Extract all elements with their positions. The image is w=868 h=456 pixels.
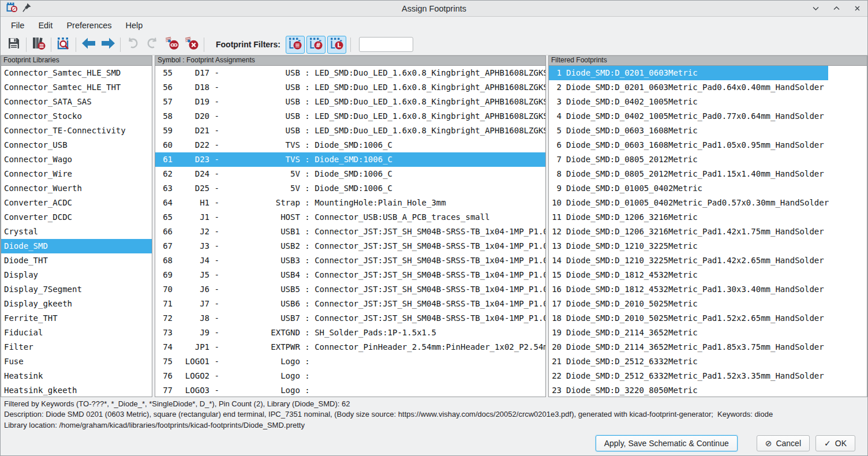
apply-save-continue-button[interactable]: Apply, Save Schematic & Continue: [596, 435, 738, 451]
library-item[interactable]: Diode_THT: [1, 253, 152, 268]
assignment-row[interactable]: 71 J7 - USB6 : Connector_JST:JST_SH_SM04…: [155, 297, 545, 311]
library-item[interactable]: Converter_ACDC: [1, 196, 152, 210]
delete-association-button[interactable]: [162, 36, 182, 53]
assignment-row[interactable]: 76 LOGO2 - Logo :: [155, 369, 545, 383]
library-item[interactable]: Connector_Samtec_HLE_THT: [1, 80, 152, 95]
footprint-row[interactable]: 10 Diode_SMD:D_01005_0402Metric_Pad0.57x…: [549, 196, 867, 210]
menu-item-edit[interactable]: Edit: [31, 17, 59, 34]
minimize-button[interactable]: [811, 4, 820, 13]
library-item[interactable]: Connector_Samtec_HLE_SMD: [1, 66, 152, 80]
assignment-row[interactable]: 62 D24 - 5V : Diode_SMD:1006_C: [155, 167, 545, 181]
footprint-row[interactable]: 17 Diode_SMD:D_2010_5025Metric: [549, 297, 867, 311]
ok-button[interactable]: ✓ OK: [815, 435, 855, 451]
library-item[interactable]: Connector_USB: [1, 138, 152, 152]
footprint-row[interactable]: 5 Diode_SMD:D_0603_1608Metric: [549, 124, 867, 138]
filter-by-library-toggle[interactable]: L: [327, 36, 346, 54]
filter-by-pin-count-toggle[interactable]: #: [306, 36, 326, 54]
filter-by-keyword-toggle[interactable]: ≡: [286, 36, 305, 54]
undo-button[interactable]: [123, 36, 143, 53]
library-item[interactable]: Connector_SATA_SAS: [1, 95, 152, 109]
assignment-row[interactable]: 72 J8 - USB7 : Connector_JST:JST_SH_SM04…: [155, 311, 545, 326]
symbol-assignments-list[interactable]: 55 D17 - USB : LED_SMD:Duo_LED_1.6x0.8_K…: [155, 65, 546, 397]
assignment-row[interactable]: 64 H1 - Strap : MountingHole:Plain_Hole_…: [155, 196, 545, 210]
status-filter-summary: Filtered by Keywords (TO-???*, *_Diode_*…: [4, 399, 864, 409]
previous-unassigned-button[interactable]: [78, 36, 98, 53]
footprint-row[interactable]: 18 Diode_SMD:D_2010_5025Metric_Pad1.52x2…: [549, 311, 867, 326]
assignment-row[interactable]: 75 LOGO1 - Logo :: [155, 354, 545, 369]
library-item[interactable]: Connector_Wire: [1, 167, 152, 181]
assignment-row[interactable]: 65 J1 - HOST : Connector_USB:USB_A_PCB_t…: [155, 210, 545, 225]
delete-all-associations-button[interactable]: [182, 36, 201, 53]
assignment-row[interactable]: 58 D20 - USB : LED_SMD:Duo_LED_1.6x0.8_K…: [155, 109, 545, 124]
assignment-row[interactable]: 67 J3 - USB2 : Connector_JST:JST_SH_SM04…: [155, 239, 545, 253]
menu-item-file[interactable]: File: [4, 17, 31, 34]
footprint-name: Diode_SMD:D_1206_3216Metric: [566, 210, 698, 225]
footprint-row[interactable]: 6 Diode_SMD:D_0603_1608Metric_Pad1.05x0.…: [549, 138, 867, 152]
library-item[interactable]: Connector_Wago: [1, 152, 152, 167]
assignment-row[interactable]: 57 D19 - USB : LED_SMD:Duo_LED_1.6x0.8_K…: [155, 95, 545, 109]
filtered-footprints-list[interactable]: 1 Diode_SMD:D_0201_0603Metric 2 Diode_SM…: [548, 65, 867, 397]
footprint-row[interactable]: 22 Diode_SMD:D_2512_6332Metric_Pad1.52x3…: [549, 369, 867, 383]
footprint-row[interactable]: 2 Diode_SMD:D_0201_0603Metric_Pad0.64x0.…: [549, 80, 867, 95]
footprint-row[interactable]: 9 Diode_SMD:D_01005_0402Metric: [549, 181, 867, 196]
assignment-row[interactable]: 69 J5 - USB4 : Connector_JST:JST_SH_SM04…: [155, 268, 545, 282]
library-item[interactable]: Connector_Wuerth: [1, 181, 152, 196]
footprint-row[interactable]: 16 Diode_SMD:D_1812_4532Metric_Pad1.30x3…: [549, 282, 867, 297]
view-footprint-button[interactable]: [54, 36, 73, 53]
footprint-row[interactable]: 23 Diode_SMD:D_3220_8050Metric: [549, 383, 867, 397]
assignment-index: 66: [158, 225, 173, 239]
library-item[interactable]: Crystal: [1, 225, 152, 239]
assignment-reference: J9: [173, 326, 209, 340]
assignment-row[interactable]: 63 D25 - 5V : Diode_SMD:1006_C: [155, 181, 545, 196]
footprint-row[interactable]: 11 Diode_SMD:D_1206_3216Metric: [549, 210, 867, 225]
library-item[interactable]: Ferrite_THT: [1, 311, 152, 326]
assignment-row[interactable]: 60 D22 - TVS : Diode_SMD:1006_C: [155, 138, 545, 152]
library-item[interactable]: Connector_Stocko: [1, 109, 152, 124]
assignment-row[interactable]: 61 D23 - TVS : Diode_SMD:1006_C: [155, 152, 545, 167]
close-button[interactable]: [852, 4, 862, 13]
menu-item-preferences[interactable]: Preferences: [59, 17, 118, 34]
assignment-row[interactable]: 73 J9 - EXTGND : SH_Solder_Pads:1P-1.5x1…: [155, 326, 545, 340]
menu-item-help[interactable]: Help: [119, 17, 150, 34]
footprint-row[interactable]: 19 Diode_SMD:D_2114_3652Metric: [549, 326, 867, 340]
library-item[interactable]: Filter: [1, 340, 152, 354]
footprint-row[interactable]: 7 Diode_SMD:D_0805_2012Metric: [549, 152, 867, 167]
footprint-row[interactable]: 4 Diode_SMD:D_0402_1005Metric_Pad0.77x0.…: [549, 109, 867, 124]
footprint-row[interactable]: 3 Diode_SMD:D_0402_1005Metric: [549, 95, 867, 109]
assignment-row[interactable]: 55 D17 - USB : LED_SMD:Duo_LED_1.6x0.8_K…: [155, 66, 545, 80]
library-item[interactable]: Display: [1, 268, 152, 282]
cancel-button[interactable]: ⊘ Cancel: [757, 435, 810, 451]
assignment-row[interactable]: 59 D21 - USB : LED_SMD:Duo_LED_1.6x0.8_K…: [155, 124, 545, 138]
maximize-button[interactable]: [832, 4, 841, 13]
library-item[interactable]: Converter_DCDC: [1, 210, 152, 225]
library-item[interactable]: Display_7Segment: [1, 282, 152, 297]
footprint-name: Diode_SMD:D_1206_3216Metric_Pad1.42x1.75…: [566, 225, 824, 239]
footprint-row[interactable]: 14 Diode_SMD:D_1210_3225Metric_Pad1.42x2…: [549, 253, 867, 268]
library-item[interactable]: Fiducial: [1, 326, 152, 340]
footprint-library-table-button[interactable]: [29, 36, 48, 53]
footprint-row[interactable]: 20 Diode_SMD:D_2114_3652Metric_Pad1.85x3…: [549, 340, 867, 354]
assignment-row[interactable]: 77 LOGO3 - Logo :: [155, 383, 545, 397]
save-button[interactable]: [4, 36, 24, 53]
footprint-row[interactable]: 21 Diode_SMD:D_2512_6332Metric: [549, 354, 867, 369]
assignment-row[interactable]: 56 D18 - USB : LED_SMD:Duo_LED_1.6x0.8_K…: [155, 80, 545, 95]
footprint-row[interactable]: 8 Diode_SMD:D_0805_2012Metric_Pad1.15x1.…: [549, 167, 867, 181]
assignment-row[interactable]: 68 J4 - USB3 : Connector_JST:JST_SH_SM04…: [155, 253, 545, 268]
footprint-row[interactable]: 1 Diode_SMD:D_0201_0603Metric: [549, 66, 828, 80]
footprint-row[interactable]: 12 Diode_SMD:D_1206_3216Metric_Pad1.42x1…: [549, 225, 867, 239]
redo-button[interactable]: [143, 36, 162, 53]
footprint-search-input[interactable]: [359, 37, 413, 52]
footprint-row[interactable]: 13 Diode_SMD:D_1210_3225Metric: [549, 239, 867, 253]
library-item[interactable]: Heatsink_gkeeth: [1, 383, 152, 397]
assignment-row[interactable]: 74 JP1 - EXTPWR : Connector_PinHeader_2.…: [155, 340, 545, 354]
footprint-libraries-list[interactable]: Connector_Samtec_HLE_SMDConnector_Samtec…: [1, 65, 152, 397]
library-item[interactable]: Diode_SMD: [1, 239, 152, 253]
next-unassigned-button[interactable]: [98, 36, 118, 53]
footprint-row[interactable]: 15 Diode_SMD:D_1812_4532Metric: [549, 268, 867, 282]
library-item[interactable]: Heatsink: [1, 369, 152, 383]
library-item[interactable]: Connector_TE-Connectivity: [1, 124, 152, 138]
library-item[interactable]: Fuse: [1, 354, 152, 369]
assignment-row[interactable]: 66 J2 - USB1 : Connector_JST:JST_SH_SM04…: [155, 225, 545, 239]
library-item[interactable]: Display_gkeeth: [1, 297, 152, 311]
assignment-row[interactable]: 70 J6 - USB5 : Connector_JST:JST_SH_SM04…: [155, 282, 545, 297]
